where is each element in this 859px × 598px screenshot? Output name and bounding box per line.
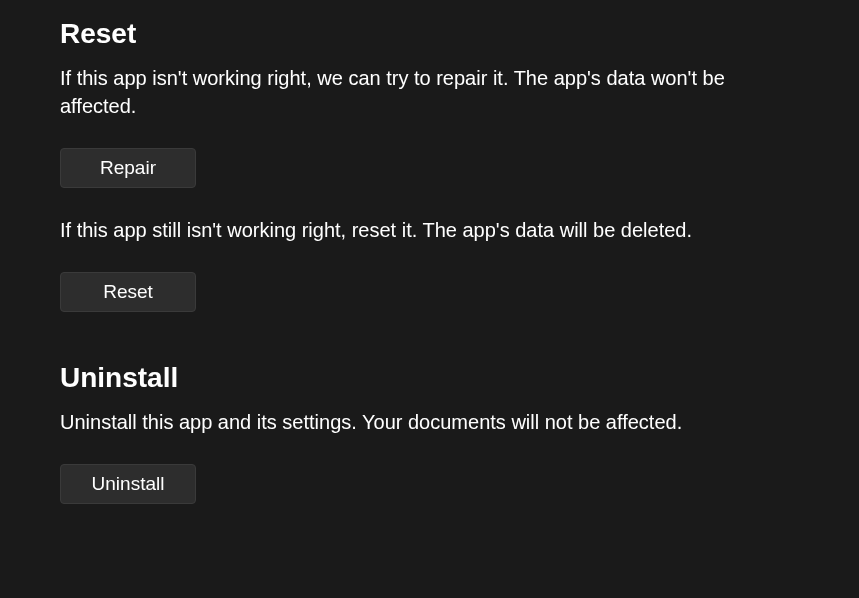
- uninstall-heading: Uninstall: [60, 362, 799, 394]
- settings-content: Reset If this app isn't working right, w…: [0, 0, 859, 504]
- repair-button[interactable]: Repair: [60, 148, 196, 188]
- reset-button[interactable]: Reset: [60, 272, 196, 312]
- reset-heading: Reset: [60, 18, 799, 50]
- uninstall-description: Uninstall this app and its settings. You…: [60, 408, 740, 436]
- reset-description: If this app still isn't working right, r…: [60, 216, 799, 244]
- uninstall-section: Uninstall Uninstall this app and its set…: [60, 362, 799, 504]
- repair-description: If this app isn't working right, we can …: [60, 64, 740, 120]
- uninstall-button[interactable]: Uninstall: [60, 464, 196, 504]
- reset-section: Reset If this app isn't working right, w…: [60, 18, 799, 312]
